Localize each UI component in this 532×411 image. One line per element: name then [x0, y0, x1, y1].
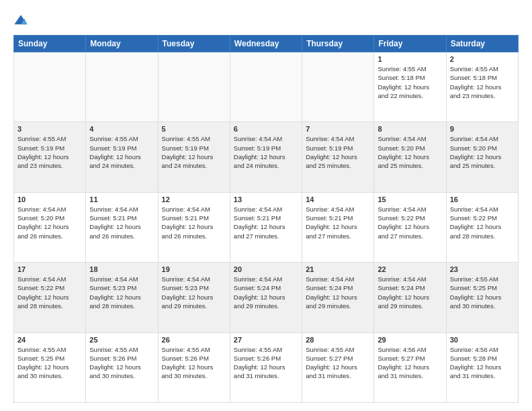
calendar-table: SundayMondayTuesdayWednesdayThursdayFrid…: [13, 35, 519, 403]
header: [13, 11, 519, 28]
calendar-header: SundayMondayTuesdayWednesdayThursdayFrid…: [14, 36, 519, 52]
day-number: 5: [162, 125, 226, 133]
calendar-week-4: 24Sunrise: 4:55 AMSunset: 5:25 PMDayligh…: [14, 332, 519, 402]
day-info: Sunrise: 4:55 AMSunset: 5:26 PMDaylight:…: [234, 345, 298, 381]
day-number: 24: [17, 336, 82, 344]
calendar-body: 1Sunrise: 4:55 AMSunset: 5:18 PMDaylight…: [14, 52, 519, 403]
calendar-cell: 13Sunrise: 4:54 AMSunset: 5:21 PMDayligh…: [230, 192, 302, 262]
day-info: Sunrise: 4:55 AMSunset: 5:25 PMDaylight:…: [17, 345, 82, 381]
calendar-cell: 12Sunrise: 4:54 AMSunset: 5:21 PMDayligh…: [158, 192, 230, 262]
weekday-header-tuesday: Tuesday: [158, 36, 230, 52]
calendar-cell: 21Sunrise: 4:54 AMSunset: 5:24 PMDayligh…: [302, 263, 374, 332]
calendar-cell: 28Sunrise: 4:55 AMSunset: 5:27 PMDayligh…: [302, 332, 374, 402]
calendar-cell: 19Sunrise: 4:54 AMSunset: 5:23 PMDayligh…: [158, 263, 230, 332]
day-info: Sunrise: 4:54 AMSunset: 5:22 PMDaylight:…: [450, 205, 515, 240]
day-info: Sunrise: 4:55 AMSunset: 5:18 PMDaylight:…: [450, 64, 515, 100]
day-info: Sunrise: 4:54 AMSunset: 5:22 PMDaylight:…: [378, 205, 442, 240]
calendar-week-2: 10Sunrise: 4:54 AMSunset: 5:20 PMDayligh…: [14, 192, 519, 262]
day-number: 21: [306, 265, 370, 273]
day-info: Sunrise: 4:54 AMSunset: 5:22 PMDaylight:…: [17, 275, 82, 310]
calendar-cell: 3Sunrise: 4:55 AMSunset: 5:19 PMDaylight…: [14, 122, 86, 192]
weekday-header-wednesday: Wednesday: [230, 36, 302, 52]
day-info: Sunrise: 4:54 AMSunset: 5:21 PMDaylight:…: [162, 205, 226, 240]
day-number: 10: [17, 195, 82, 203]
calendar-week-3: 17Sunrise: 4:54 AMSunset: 5:22 PMDayligh…: [14, 263, 519, 332]
calendar-week-1: 3Sunrise: 4:55 AMSunset: 5:19 PMDaylight…: [14, 122, 519, 192]
day-info: Sunrise: 4:55 AMSunset: 5:25 PMDaylight:…: [450, 275, 515, 310]
day-info: Sunrise: 4:56 AMSunset: 5:27 PMDaylight:…: [378, 345, 442, 381]
calendar-cell: 23Sunrise: 4:55 AMSunset: 5:25 PMDayligh…: [446, 263, 518, 332]
calendar-cell: 2Sunrise: 4:55 AMSunset: 5:18 PMDaylight…: [446, 52, 518, 122]
day-info: Sunrise: 4:55 AMSunset: 5:26 PMDaylight:…: [162, 345, 226, 381]
day-info: Sunrise: 4:55 AMSunset: 5:19 PMDaylight:…: [89, 134, 154, 170]
calendar-cell: 20Sunrise: 4:54 AMSunset: 5:24 PMDayligh…: [230, 263, 302, 332]
calendar-cell: 5Sunrise: 4:55 AMSunset: 5:19 PMDaylight…: [158, 122, 230, 192]
day-number: 16: [450, 195, 515, 203]
day-info: Sunrise: 4:54 AMSunset: 5:23 PMDaylight:…: [89, 275, 154, 310]
calendar-cell: 10Sunrise: 4:54 AMSunset: 5:20 PMDayligh…: [14, 192, 86, 262]
day-number: 17: [17, 265, 82, 273]
day-number: 11: [89, 195, 154, 203]
calendar-cell: [302, 52, 374, 122]
day-number: 29: [378, 336, 442, 344]
day-info: Sunrise: 4:55 AMSunset: 5:26 PMDaylight:…: [89, 345, 154, 381]
day-number: 30: [450, 336, 515, 344]
day-info: Sunrise: 4:56 AMSunset: 5:28 PMDaylight:…: [450, 345, 515, 381]
day-info: Sunrise: 4:54 AMSunset: 5:23 PMDaylight:…: [162, 275, 226, 310]
day-info: Sunrise: 4:54 AMSunset: 5:24 PMDaylight:…: [234, 275, 298, 310]
logo: [13, 13, 31, 28]
calendar-cell: 7Sunrise: 4:54 AMSunset: 5:19 PMDaylight…: [302, 122, 374, 192]
calendar-cell: 6Sunrise: 4:54 AMSunset: 5:19 PMDaylight…: [230, 122, 302, 192]
calendar-cell: 4Sunrise: 4:55 AMSunset: 5:19 PMDaylight…: [86, 122, 158, 192]
calendar-cell: [158, 52, 230, 122]
day-number: 20: [234, 265, 298, 273]
calendar-cell: 30Sunrise: 4:56 AMSunset: 5:28 PMDayligh…: [446, 332, 518, 402]
weekday-header-saturday: Saturday: [446, 36, 518, 52]
day-number: 9: [450, 125, 515, 133]
calendar-cell: 18Sunrise: 4:54 AMSunset: 5:23 PMDayligh…: [86, 263, 158, 332]
calendar-cell: 1Sunrise: 4:55 AMSunset: 5:18 PMDaylight…: [374, 52, 446, 122]
day-number: 18: [89, 265, 154, 273]
day-number: 22: [378, 265, 442, 273]
day-number: 23: [450, 265, 515, 273]
weekday-row: SundayMondayTuesdayWednesdayThursdayFrid…: [14, 36, 519, 52]
day-number: 28: [306, 336, 370, 344]
calendar-page: SundayMondayTuesdayWednesdayThursdayFrid…: [0, 0, 532, 411]
day-number: 15: [378, 195, 442, 203]
calendar-cell: 8Sunrise: 4:54 AMSunset: 5:20 PMDaylight…: [374, 122, 446, 192]
day-info: Sunrise: 4:54 AMSunset: 5:21 PMDaylight:…: [89, 205, 154, 240]
day-info: Sunrise: 4:54 AMSunset: 5:20 PMDaylight:…: [450, 134, 515, 170]
calendar-cell: [230, 52, 302, 122]
day-number: 27: [234, 336, 298, 344]
calendar-cell: 17Sunrise: 4:54 AMSunset: 5:22 PMDayligh…: [14, 263, 86, 332]
day-info: Sunrise: 4:54 AMSunset: 5:21 PMDaylight:…: [234, 205, 298, 240]
day-number: 7: [306, 125, 370, 133]
day-number: 1: [378, 55, 442, 63]
day-number: 8: [378, 125, 442, 133]
day-number: 2: [450, 55, 515, 63]
day-info: Sunrise: 4:55 AMSunset: 5:19 PMDaylight:…: [17, 134, 82, 170]
calendar-cell: 22Sunrise: 4:54 AMSunset: 5:24 PMDayligh…: [374, 263, 446, 332]
day-number: 26: [162, 336, 226, 344]
day-info: Sunrise: 4:55 AMSunset: 5:19 PMDaylight:…: [162, 134, 226, 170]
day-info: Sunrise: 4:54 AMSunset: 5:19 PMDaylight:…: [306, 134, 370, 170]
weekday-header-sunday: Sunday: [14, 36, 86, 52]
calendar-cell: 25Sunrise: 4:55 AMSunset: 5:26 PMDayligh…: [86, 332, 158, 402]
calendar-cell: 27Sunrise: 4:55 AMSunset: 5:26 PMDayligh…: [230, 332, 302, 402]
calendar-cell: 16Sunrise: 4:54 AMSunset: 5:22 PMDayligh…: [446, 192, 518, 262]
calendar-cell: 14Sunrise: 4:54 AMSunset: 5:21 PMDayligh…: [302, 192, 374, 262]
day-number: 3: [17, 125, 82, 133]
calendar-week-0: 1Sunrise: 4:55 AMSunset: 5:18 PMDaylight…: [14, 52, 519, 122]
day-info: Sunrise: 4:54 AMSunset: 5:20 PMDaylight:…: [17, 205, 82, 240]
day-info: Sunrise: 4:54 AMSunset: 5:24 PMDaylight:…: [378, 275, 442, 310]
day-number: 6: [234, 125, 298, 133]
calendar-cell: 26Sunrise: 4:55 AMSunset: 5:26 PMDayligh…: [158, 332, 230, 402]
day-number: 25: [89, 336, 154, 344]
calendar-cell: [86, 52, 158, 122]
calendar-cell: 11Sunrise: 4:54 AMSunset: 5:21 PMDayligh…: [86, 192, 158, 262]
day-info: Sunrise: 4:54 AMSunset: 5:21 PMDaylight:…: [306, 205, 370, 240]
calendar-cell: 29Sunrise: 4:56 AMSunset: 5:27 PMDayligh…: [374, 332, 446, 402]
day-number: 14: [306, 195, 370, 203]
day-number: 12: [162, 195, 226, 203]
day-info: Sunrise: 4:54 AMSunset: 5:20 PMDaylight:…: [378, 134, 442, 170]
